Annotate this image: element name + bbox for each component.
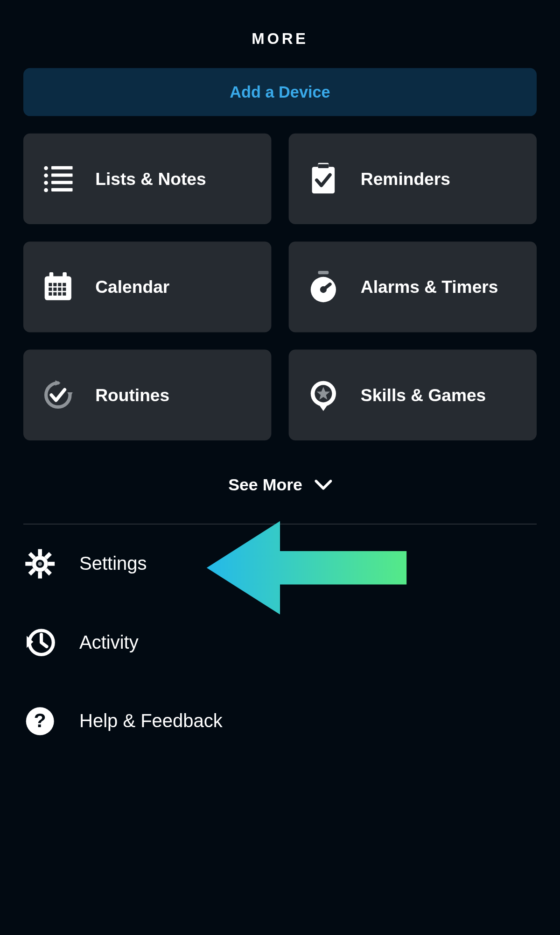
add-device-button[interactable]: Add a Device [23,68,537,116]
tile-label: Calendar [95,276,169,298]
svg-point-6 [44,188,48,192]
help-icon: ? [23,705,56,738]
svg-rect-25 [63,292,66,296]
svg-rect-14 [49,283,52,286]
svg-rect-19 [53,288,56,291]
list-label: Help & Feedback [79,710,223,732]
svg-rect-40 [48,562,55,566]
tile-label: Reminders [361,168,450,190]
tile-lists-notes[interactable]: Lists & Notes [23,134,271,224]
activity-icon [23,626,56,659]
svg-point-4 [44,181,48,185]
tile-label: Skills & Games [361,384,486,406]
list-item-settings[interactable]: Settings [23,524,537,603]
svg-point-46 [38,562,42,566]
tile-reminders[interactable]: Reminders [289,134,537,224]
tile-calendar[interactable]: Calendar [23,241,271,332]
svg-rect-21 [63,288,66,291]
svg-rect-3 [51,173,73,177]
routines-icon [42,379,74,411]
add-device-label: Add a Device [230,83,330,101]
svg-marker-31 [67,392,72,397]
page-title: MORE [0,23,560,68]
svg-rect-26 [318,271,329,274]
svg-rect-38 [38,572,42,578]
tile-alarms-timers[interactable]: Alarms & Timers [289,241,537,332]
svg-rect-1 [51,166,73,170]
svg-rect-15 [53,283,56,286]
svg-rect-16 [58,283,61,286]
svg-rect-22 [49,292,52,296]
svg-marker-30 [56,380,61,385]
svg-rect-10 [318,164,329,168]
svg-rect-39 [25,562,32,566]
clipboard-check-icon [308,163,340,195]
tile-label: Routines [95,384,169,406]
svg-rect-18 [49,288,52,291]
list-item-activity[interactable]: Activity [23,603,537,682]
svg-rect-5 [51,181,73,184]
svg-rect-24 [58,292,61,296]
svg-rect-37 [38,549,42,556]
svg-rect-20 [58,288,61,291]
tile-grid: Lists & Notes Reminders [23,134,537,440]
svg-marker-35 [319,404,328,411]
list-label: Settings [79,553,147,574]
list-icon [42,163,74,195]
svg-text:?: ? [34,709,46,731]
list-item-help-feedback[interactable]: ? Help & Feedback [23,682,537,761]
svg-rect-7 [51,188,73,191]
alarm-clock-icon [308,271,340,303]
tile-skills-games[interactable]: Skills & Games [289,350,537,440]
svg-rect-13 [63,272,67,280]
tile-label: Alarms & Timers [361,276,498,298]
calendar-icon [42,271,74,303]
svg-rect-17 [63,283,66,286]
skills-icon [308,379,340,411]
tile-label: Lists & Notes [95,168,206,190]
svg-point-2 [44,173,48,177]
svg-rect-23 [53,292,56,296]
svg-point-0 [44,166,48,170]
list-label: Activity [79,632,139,653]
see-more-label: See More [228,475,302,494]
see-more-button[interactable]: See More [23,440,537,524]
tile-routines[interactable]: Routines [23,350,271,440]
chevron-down-icon [315,479,332,490]
svg-rect-12 [49,272,54,280]
gear-icon [23,547,56,580]
